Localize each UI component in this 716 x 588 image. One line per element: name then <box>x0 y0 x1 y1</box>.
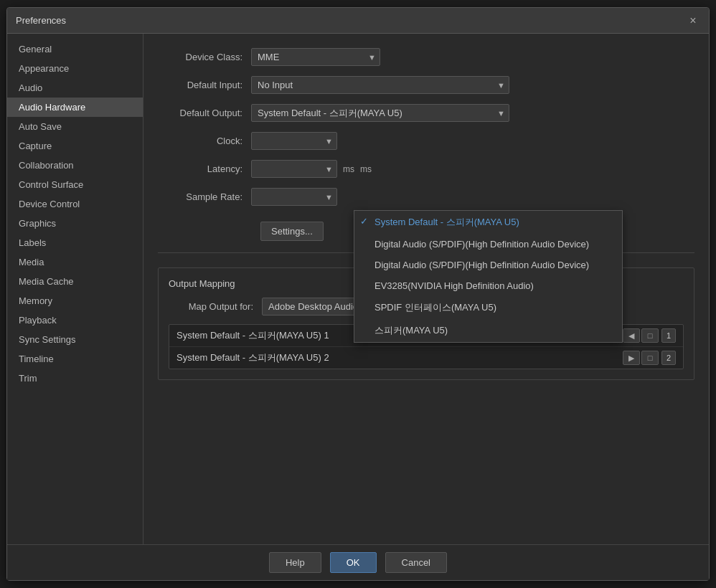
latency-unit: ms <box>343 164 354 174</box>
sidebar-item-control-surface[interactable]: Control Surface <box>7 175 143 194</box>
sidebar-item-auto-save[interactable]: Auto Save <box>7 117 143 136</box>
sidebar-item-media-cache[interactable]: Media Cache <box>7 272 143 291</box>
sidebar-item-general[interactable]: General <box>7 39 143 59</box>
default-input-row: Default Input: No Input ▼ <box>158 76 694 94</box>
sample-rate-label: Sample Rate: <box>158 191 251 202</box>
clock-select-wrapper: ▼ <box>251 132 337 150</box>
preferences-dialog: Preferences × General Appearance Audio A… <box>6 7 710 581</box>
channel-2-label: System Default - 스피커(MAYA U5) 2 <box>176 351 623 364</box>
ok-button[interactable]: OK <box>330 552 377 573</box>
clock-row: Clock: ▼ <box>158 132 694 150</box>
dialog-footer: Help OK Cancel <box>7 544 709 580</box>
sidebar-item-collaboration[interactable]: Collaboration <box>7 156 143 175</box>
settings-button[interactable]: Settings... <box>260 222 324 241</box>
sidebar-item-memory[interactable]: Memory <box>7 291 143 310</box>
channel-2-solo-button[interactable]: □ <box>641 351 659 365</box>
channel-row-2: System Default - 스피커(MAYA U5) 2 ▶ □ 2 <box>169 347 683 369</box>
latency-select[interactable] <box>251 160 337 178</box>
device-class-row: Device Class: MME ▼ <box>158 48 694 66</box>
channel-1-mute-button[interactable]: ◀ <box>623 328 640 343</box>
dropdown-item-2[interactable]: Digital Audio (S/PDIF)(High Definition A… <box>354 255 622 275</box>
titlebar: Preferences × <box>7 8 709 34</box>
default-input-select-wrapper: No Input ▼ <box>251 76 509 94</box>
sidebar-item-media[interactable]: Media <box>7 252 143 272</box>
dialog-body: General Appearance Audio Audio Hardware … <box>7 34 709 544</box>
channel-1-solo-button[interactable]: □ <box>641 328 659 343</box>
device-class-select[interactable]: MME <box>251 48 380 66</box>
default-output-select[interactable]: System Default - 스피커(MAYA U5) <box>251 104 509 122</box>
channel-2-number: 2 <box>661 351 676 365</box>
latency-row: Latency: ▼ ms ms <box>158 160 694 178</box>
latency-select-wrapper: ▼ <box>251 160 337 178</box>
dropdown-item-5[interactable]: 스피커(MAYA U5) <box>354 319 622 342</box>
dropdown-item-1[interactable]: Digital Audio (S/PDIF)(High Definition A… <box>354 234 622 255</box>
sidebar-item-timeline[interactable]: Timeline <box>7 349 143 369</box>
channel-1-buttons: ◀ □ 1 <box>623 328 676 343</box>
main-content: Device Class: MME ▼ Default Input: No In… <box>143 34 709 544</box>
sample-rate-select[interactable] <box>251 188 337 206</box>
map-output-label: Map Output for: <box>169 301 262 312</box>
channel-2-buttons: ▶ □ 2 <box>623 351 676 365</box>
sample-rate-select-wrapper: ▼ <box>251 188 337 206</box>
sidebar-item-graphics[interactable]: Graphics <box>7 214 143 233</box>
default-input-select[interactable]: No Input <box>251 76 509 94</box>
sidebar-item-device-control[interactable]: Device Control <box>7 194 143 214</box>
default-output-select-wrapper: System Default - 스피커(MAYA U5) ▼ System D… <box>251 104 509 122</box>
default-input-label: Default Input: <box>158 80 251 90</box>
latency-label: Latency: <box>158 163 251 174</box>
close-button[interactable]: × <box>686 14 700 28</box>
device-class-label: Device Class: <box>158 52 251 62</box>
dropdown-item-3[interactable]: EV3285(NVIDIA High Definition Audio) <box>354 275 622 296</box>
sidebar-item-playback[interactable]: Playback <box>7 310 143 330</box>
latency-info: ms <box>360 164 372 174</box>
output-dropdown: System Default - 스피커(MAYA U5) Digital Au… <box>354 210 623 343</box>
sidebar-item-trim[interactable]: Trim <box>7 369 143 388</box>
sidebar-item-appearance[interactable]: Appearance <box>7 59 143 78</box>
channel-2-play-button[interactable]: ▶ <box>623 351 640 365</box>
sidebar-item-sync-settings[interactable]: Sync Settings <box>7 330 143 349</box>
sidebar-item-audio-hardware[interactable]: Audio Hardware <box>7 98 143 117</box>
help-button[interactable]: Help <box>269 552 321 573</box>
channel-1-number: 1 <box>661 328 676 343</box>
dropdown-item-4[interactable]: SPDIF 인터페이스(MAYA U5) <box>354 296 622 319</box>
sidebar: General Appearance Audio Audio Hardware … <box>7 34 143 544</box>
dropdown-item-0[interactable]: System Default - 스피커(MAYA U5) <box>354 211 622 234</box>
default-output-label: Default Output: <box>158 108 251 118</box>
default-output-row: Default Output: System Default - 스피커(MAY… <box>158 104 694 122</box>
sidebar-item-audio[interactable]: Audio <box>7 78 143 98</box>
sidebar-item-capture[interactable]: Capture <box>7 136 143 156</box>
dialog-title: Preferences <box>16 15 66 26</box>
device-class-select-wrapper: MME ▼ <box>251 48 380 66</box>
clock-select[interactable] <box>251 132 337 150</box>
clock-label: Clock: <box>158 136 251 146</box>
sample-rate-row: Sample Rate: ▼ <box>158 188 694 206</box>
cancel-button[interactable]: Cancel <box>385 552 447 573</box>
sidebar-item-labels[interactable]: Labels <box>7 233 143 252</box>
